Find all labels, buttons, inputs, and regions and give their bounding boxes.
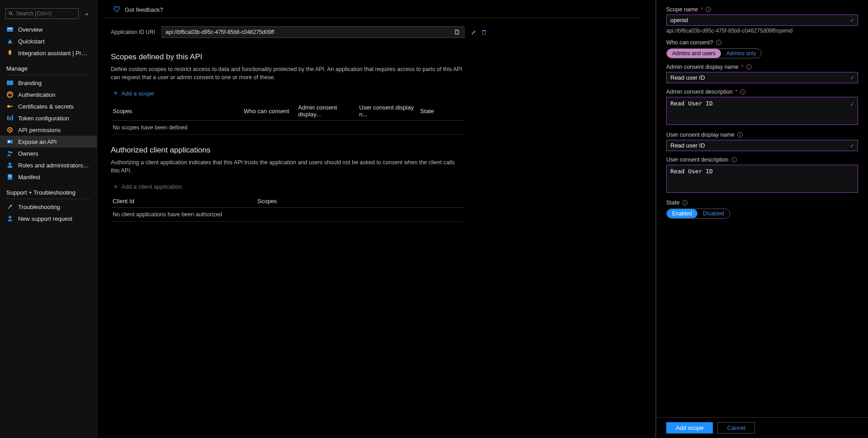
auth-icon [6,91,14,98]
admin-display-input[interactable] [666,72,858,83]
sidebar-item-authentication[interactable]: Authentication [0,89,97,100]
expose-api-icon [6,138,14,145]
cancel-button[interactable]: Cancel [717,422,754,433]
state-toggle: Enabled Disabled [666,209,730,219]
feedback-link[interactable]: Got feedback? [125,6,163,13]
overview-icon [6,26,14,33]
sidebar-heading-manage: Manage [0,59,97,74]
search-input[interactable] [16,10,76,17]
heart-icon [113,5,120,14]
branding-icon [6,79,14,86]
sidebar-item-integration-assistant[interactable]: Integration assistant | Preview [0,47,97,59]
state-disabled[interactable]: Disabled [697,209,730,218]
info-icon[interactable]: i [731,157,737,162]
sidebar-heading-support: Support + Troubleshooting [0,183,97,198]
application-id-field[interactable] [161,26,465,38]
sidebar: « Overview Quickstart Integration assist… [0,0,97,438]
svg-rect-24 [482,30,486,31]
admin-desc-input[interactable] [666,97,858,125]
application-id-input[interactable] [166,29,454,35]
add-scope-submit-button[interactable]: Add scope [666,422,713,433]
wrench-icon [6,203,14,210]
user-desc-input[interactable] [666,165,858,193]
sidebar-item-label: Certificates & secrets [18,103,74,110]
sidebar-item-token-configuration[interactable]: Token configuration [0,112,97,124]
info-icon[interactable]: i [716,40,721,45]
add-client-button[interactable]: + Add a client application [111,175,464,193]
scope-name-input[interactable] [666,14,858,26]
svg-rect-1 [8,28,12,29]
sidebar-item-label: Troubleshooting [18,204,60,210]
sidebar-item-label: Authentication [18,91,55,98]
svg-rect-2 [7,81,13,85]
svg-point-3 [7,92,13,97]
info-icon[interactable]: i [737,132,743,138]
user-display-label: User consent display name i [666,132,858,138]
scopes-empty: No scopes have been defined [111,121,464,135]
svg-rect-5 [9,106,13,107]
key-icon [6,103,14,110]
sidebar-item-label: Branding [18,80,42,86]
svg-rect-12 [8,141,10,143]
scope-name-label: Scope name* i [666,6,858,13]
svg-rect-16 [8,166,12,168]
col-client-id[interactable]: Client Id [111,195,256,208]
scope-path: api://bf6ca03b-d95c-475f-85b8-c046275d09… [666,28,858,34]
svg-rect-8 [12,115,13,120]
col-user-display[interactable]: User consent display n... [357,101,418,121]
add-scope-label: Add a scope [121,90,154,97]
sidebar-item-manifest[interactable]: Manifest [0,171,97,183]
clients-section: Authorized client applications Authorizi… [97,135,477,221]
clients-title: Authorized client applications [111,146,464,155]
sidebar-item-api-permissions[interactable]: API permissions [0,124,97,136]
sidebar-item-troubleshooting[interactable]: Troubleshooting [0,201,97,213]
user-display-input[interactable] [666,140,858,151]
sidebar-item-owners[interactable]: Owners [0,148,97,159]
svg-rect-7 [9,117,11,120]
info-icon[interactable]: i [746,64,752,70]
info-icon[interactable]: i [740,89,745,95]
svg-point-14 [10,152,12,153]
sidebar-item-label: Token configuration [18,115,69,122]
collapse-sidebar-button[interactable]: « [82,9,91,18]
col-scopes[interactable]: Scopes [111,101,242,121]
state-label: State i [666,200,858,206]
delete-icon[interactable] [481,29,487,35]
token-icon [6,114,14,122]
sidebar-item-roles-administrators[interactable]: Roles and administrators | Previ... [0,159,97,171]
state-enabled[interactable]: Enabled [667,209,697,218]
check-icon: ✓ [850,143,854,149]
sidebar-item-branding[interactable]: Branding [0,77,97,89]
panel-footer: Add scope Cancel [656,417,868,438]
edit-icon[interactable] [471,29,477,35]
check-icon: ✓ [850,101,854,108]
svg-rect-23 [483,31,486,34]
admin-desc-label: Admin consent description* i [666,89,858,95]
info-icon[interactable]: i [706,7,711,12]
sidebar-item-new-support-request[interactable]: New support request [0,213,97,224]
consent-admins-only[interactable]: Admins only [721,49,761,58]
copy-icon[interactable] [454,29,460,35]
sidebar-item-label: Expose an API [18,138,57,145]
plus-icon: + [114,183,118,190]
add-scope-button[interactable]: + Add a scope [111,81,464,100]
sidebar-item-certificates-secrets[interactable]: Certificates & secrets [0,100,97,112]
svg-point-15 [9,162,11,165]
search-input-wrap[interactable] [5,8,79,19]
col-client-scopes[interactable]: Scopes [256,195,464,208]
sidebar-item-overview[interactable]: Overview [0,24,97,35]
col-consent[interactable]: Who can consent [242,101,296,121]
col-state[interactable]: State [418,101,464,121]
info-icon[interactable]: i [682,200,688,205]
clients-description: Authorizing a client application indicat… [111,158,464,175]
consent-admins-users[interactable]: Admins and users [667,49,721,58]
sidebar-item-quickstart[interactable]: Quickstart [0,35,97,47]
permissions-icon [6,126,14,133]
sidebar-item-label: Manifest [18,174,40,181]
sidebar-item-expose-api[interactable]: Expose an API [0,136,97,148]
scopes-title: Scopes defined by this API [111,52,464,62]
col-admin-display[interactable]: Admin consent display... [296,101,357,121]
svg-point-20 [9,216,11,219]
svg-rect-19 [9,176,11,177]
user-desc-label: User consent description i [666,157,858,163]
